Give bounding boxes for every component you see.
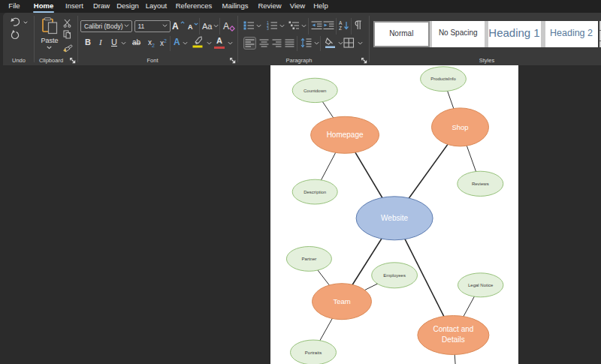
svg-text:Website: Website bbox=[381, 214, 408, 222]
svg-text:Details: Details bbox=[442, 335, 465, 344]
svg-text:Z: Z bbox=[339, 26, 342, 31]
svg-text:Portraits: Portraits bbox=[305, 350, 322, 355]
svg-text:Homepage: Homepage bbox=[327, 131, 364, 139]
svg-text:Partner: Partner bbox=[302, 257, 317, 261]
svg-text:Legal Notice: Legal Notice bbox=[468, 283, 494, 287]
svg-text:Team: Team bbox=[333, 297, 350, 305]
svg-text:A: A bbox=[339, 20, 343, 26]
svg-text:Description: Description bbox=[304, 190, 326, 194]
svg-text:Countdown: Countdown bbox=[304, 89, 326, 93]
svg-text:Employees: Employees bbox=[383, 273, 406, 278]
svg-text:ProductsInfo: ProductsInfo bbox=[430, 77, 456, 81]
svg-text:3: 3 bbox=[267, 26, 269, 30]
svg-text:Contact and: Contact and bbox=[433, 325, 473, 333]
svg-text:Shop: Shop bbox=[452, 123, 468, 131]
svg-text:Reviews: Reviews bbox=[472, 182, 489, 186]
